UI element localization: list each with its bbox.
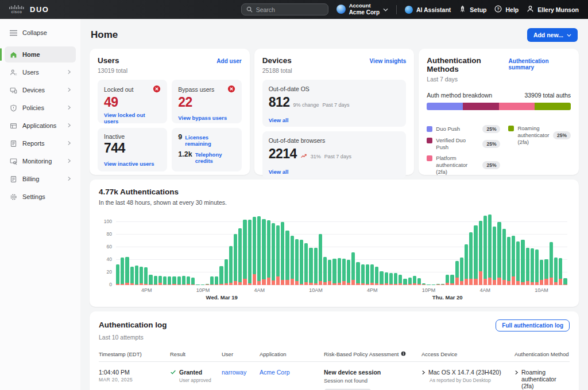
- chart-bar: [535, 249, 539, 285]
- auth-summary-link[interactable]: Authentication summary: [509, 58, 571, 71]
- sidebar-item-users[interactable]: Users: [5, 64, 76, 80]
- chart-bar: [408, 278, 412, 285]
- account-switcher[interactable]: Account Acme Corp: [336, 3, 388, 15]
- sidebar-item-monitoring[interactable]: Monitoring: [5, 153, 76, 169]
- sidebar-item-devices[interactable]: Devices: [5, 82, 76, 98]
- hamburger-icon: [9, 29, 17, 37]
- add-new-button[interactable]: Add new...: [527, 28, 578, 42]
- inactive-count: 744: [104, 141, 161, 155]
- chart-bar: [483, 216, 487, 285]
- cisco-logo: cisco: [9, 5, 24, 14]
- view-locked-out-link[interactable]: View locked out users: [104, 112, 161, 124]
- view-all-browsers-link[interactable]: View all: [269, 169, 289, 175]
- home-icon: [9, 50, 17, 58]
- chart-bar: [361, 264, 365, 285]
- y-axis-tick: 60: [107, 244, 112, 249]
- view-inactive-link[interactable]: View inactive users: [104, 161, 154, 167]
- sidebar-item-label: Applications: [22, 122, 62, 129]
- view-bypass-link[interactable]: View bypass users: [178, 115, 227, 121]
- total-auths: 33909 total auths: [524, 92, 571, 99]
- search-box[interactable]: [241, 3, 328, 15]
- chart-bar: [140, 267, 143, 285]
- chart-bar: [158, 276, 162, 285]
- legend-swatch: [508, 126, 514, 131]
- x-axis-tick: 4PM: [141, 287, 152, 293]
- access-device-expander[interactable]: Mac OS X 14.7.4 (23H420): [421, 369, 510, 376]
- ai-assistant-button[interactable]: AI Assistant: [405, 6, 451, 14]
- y-axis-tick: 0: [109, 282, 112, 287]
- licenses-link[interactable]: Licenses remaining: [185, 134, 235, 147]
- user-link[interactable]: narroway: [222, 369, 246, 376]
- setup-button[interactable]: Setup: [459, 5, 486, 14]
- legend-percent-badge: 25%: [482, 125, 500, 133]
- chart-bar: [229, 246, 233, 285]
- chart-bar: [304, 243, 308, 285]
- auth-log-card: Authentication log Full authentication l…: [90, 311, 579, 390]
- user-menu[interactable]: Ellery Munson: [527, 5, 579, 14]
- auth-method-segment: [535, 103, 571, 110]
- chart-bar: [219, 266, 223, 285]
- add-user-link[interactable]: Add user: [216, 58, 241, 64]
- legend-label: Roaming authenticator (2fa): [517, 125, 550, 146]
- authentications-chart: 020406080100 4PM10PM4AM10AM4PM10PM4AM10A…: [99, 213, 570, 302]
- chart-bar: [469, 232, 473, 285]
- help-button[interactable]: ? Help: [494, 5, 519, 14]
- chart-bar: [272, 223, 275, 285]
- users-total: 13019 total: [98, 67, 242, 74]
- full-auth-log-button[interactable]: Full authentication log: [496, 319, 570, 332]
- chart-bar: [544, 259, 548, 285]
- chevron-right-icon: [67, 176, 71, 182]
- chart-bar: [488, 214, 492, 285]
- chart-bar: [342, 259, 346, 285]
- telephony-link[interactable]: Telephony credits: [195, 151, 235, 164]
- view-all-os-link[interactable]: View all: [269, 117, 289, 123]
- chart-bar: [351, 252, 355, 285]
- inactive-tile: Inactive 744 View inactive users: [98, 128, 167, 171]
- sidebar-item-policies[interactable]: Policies: [5, 100, 76, 116]
- application-link[interactable]: Acme Corp: [260, 369, 290, 376]
- reports-icon: [9, 139, 17, 147]
- chart-bar: [253, 217, 256, 285]
- chevron-right-icon: [67, 104, 71, 111]
- sidebar-item-applications[interactable]: Applications: [5, 118, 76, 134]
- chart-bar: [319, 234, 322, 285]
- legend-label: Platform authenticator (2fa): [436, 155, 479, 176]
- chart-bar: [554, 258, 558, 285]
- auth-method-expander[interactable]: Roaming authenticator (2fa): [514, 369, 570, 389]
- chevron-right-icon: [67, 122, 71, 129]
- chart-bar: [187, 276, 190, 285]
- outdated-browsers-tile: Out-of-date browsers 2214 31% Past 7 day…: [262, 131, 407, 178]
- person-icon: [527, 5, 534, 14]
- x-axis-tick: 10AM: [535, 287, 548, 293]
- chart-bar: [309, 248, 312, 285]
- chart-bar: [125, 257, 129, 285]
- y-axis-tick: 20: [107, 269, 112, 275]
- locked-out-count: 49: [104, 95, 161, 110]
- chart-bar: [300, 240, 303, 285]
- x-axis-tick: 10AM: [309, 287, 323, 293]
- collapse-button[interactable]: Collapse: [5, 25, 76, 41]
- sidebar-item-label: Billing: [22, 176, 62, 182]
- search-input[interactable]: [256, 6, 323, 13]
- view-insights-link[interactable]: View insights: [370, 58, 407, 64]
- x-axis-day-label: Thu. Mar 20: [432, 294, 463, 301]
- sidebar: Collapse HomeUsersDevicesPoliciesApplica…: [0, 19, 80, 390]
- legend-item: Duo Push25%: [427, 125, 500, 133]
- legend-swatch: [427, 155, 432, 161]
- sidebar-item-reports[interactable]: Reports: [5, 135, 76, 151]
- chart-bar: [276, 225, 280, 285]
- svg-text:?: ?: [497, 7, 500, 11]
- users-card: Users Add user 13019 total Locked out 49…: [90, 49, 250, 175]
- chart-bar: [191, 278, 195, 285]
- legend-percent-badge: 25%: [553, 131, 571, 139]
- log-column-header: Timestamp (EDT): [99, 351, 165, 357]
- sidebar-item-billing[interactable]: Billing: [5, 171, 76, 187]
- chart-bar: [177, 276, 181, 285]
- log-column-header: Access Device: [421, 351, 510, 357]
- chart-bar: [479, 221, 482, 285]
- chart-bar: [385, 272, 388, 285]
- sidebar-item-settings[interactable]: Settings: [5, 189, 76, 205]
- sidebar-item-home[interactable]: Home: [5, 46, 76, 63]
- chevron-right-icon: [421, 369, 425, 376]
- chart-bar: [446, 275, 449, 285]
